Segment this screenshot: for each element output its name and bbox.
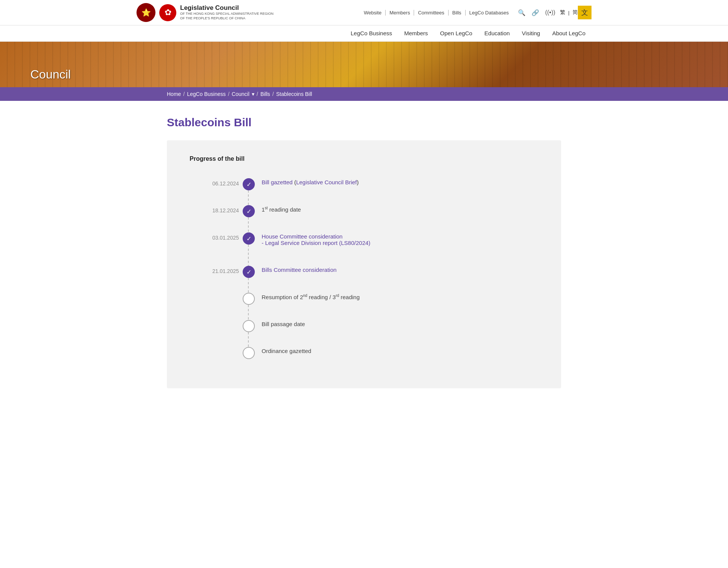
breadcrumb-council[interactable]: Council: [232, 91, 249, 97]
national-emblem: ⭐: [136, 3, 155, 22]
breadcrumb-dropdown[interactable]: ▾: [252, 91, 254, 97]
house-committee-link[interactable]: House Committee consideration: [262, 233, 342, 240]
breadcrumb-home[interactable]: Home: [167, 91, 181, 97]
timeline-node-1: ✓: [243, 178, 255, 190]
progress-box-title: Progress of the bill: [190, 155, 538, 162]
site-subtitle-2: OF THE PEOPLE'S REPUBLIC OF CHINA: [180, 16, 273, 21]
breadcrumb-legco-business[interactable]: LegCo Business: [187, 91, 226, 97]
nav-open-legco[interactable]: Open LegCo: [434, 25, 479, 41]
timeline-content-3: House Committee consideration - Legal Se…: [262, 232, 370, 265]
timeline-date-4: 21.01.2025: [190, 268, 239, 274]
timeline-item-2: 18.12.2024 ✓ 1st reading date: [243, 204, 538, 232]
timeline-date-3: 03.01.2025: [190, 235, 239, 241]
breadcrumb-sep-4: /: [272, 91, 274, 97]
breadcrumb: Home / LegCo Business / Council ▾ / Bill…: [136, 91, 592, 97]
timeline-content-7: Ordinance gazetted: [262, 346, 311, 373]
bill-passage-text: Bill passage date: [262, 321, 305, 327]
timeline-item-3: 03.01.2025 ✓ House Committee considerati…: [243, 232, 538, 265]
top-link-bills[interactable]: Bills: [449, 10, 466, 16]
search-button[interactable]: 🔍: [516, 8, 527, 17]
bill-gazetted-paren-close: ): [357, 179, 359, 185]
timeline-node-7: [243, 347, 255, 359]
timeline-content-5: Resumption of 2nd reading / 3rd reading: [262, 292, 360, 319]
site-title: Legislative Council: [180, 4, 273, 12]
top-link-legco-databases[interactable]: LegCo Databases: [466, 10, 513, 16]
nav-visiting[interactable]: Visiting: [516, 25, 546, 41]
hk-emblem: ✿: [159, 4, 176, 21]
nav-about-legco[interactable]: About LegCo: [546, 25, 592, 41]
nav-education[interactable]: Education: [479, 25, 516, 41]
timeline-date-2: 18.12.2024: [190, 207, 239, 213]
hero-banner: Council: [0, 42, 728, 87]
nav-legco-business[interactable]: LegCo Business: [345, 25, 398, 41]
resumption-text: Resumption of 2nd reading / 3rd reading: [262, 294, 360, 300]
top-link-committees[interactable]: Committees: [414, 10, 448, 16]
timeline-item-6: Bill passage date: [243, 319, 538, 346]
timeline: 06.12.2024 ✓ Bill gazetted (Legislative …: [190, 177, 538, 373]
translate-button[interactable]: 文: [578, 6, 592, 19]
timeline-node-6: [243, 320, 255, 332]
timeline-node-5: [243, 293, 255, 305]
timeline-date-1: 06.12.2024: [190, 180, 239, 187]
bill-gazetted-link[interactable]: Bill gazetted: [262, 179, 293, 185]
first-reading-text: 1st reading date: [262, 206, 301, 213]
breadcrumb-sep-3: /: [257, 91, 258, 97]
timeline-content-1: Bill gazetted (Legislative Council Brief…: [262, 177, 359, 204]
lang-traditional-button[interactable]: 繁: [560, 9, 565, 16]
logo-area: ⭐ ✿ Legislative Council OF THE HONG KONG…: [136, 3, 273, 22]
ordinance-gazetted-text: Ordinance gazetted: [262, 348, 311, 354]
hero-title: Council: [0, 67, 71, 82]
top-bar: ⭐ ✿ Legislative Council OF THE HONG KONG…: [0, 0, 728, 25]
lang-simplified-button[interactable]: 简: [573, 9, 578, 16]
timeline-node-3: ✓: [243, 232, 255, 245]
top-links: Website Members Committees Bills LegCo D…: [360, 6, 592, 19]
timeline-content-2: 1st reading date: [262, 204, 301, 232]
timeline-item-4: 21.01.2025 ✓ Bills Committee considerati…: [243, 265, 538, 292]
page-title: Stablecoins Bill: [167, 116, 561, 129]
top-link-members[interactable]: Members: [386, 10, 414, 16]
timeline-content-6: Bill passage date: [262, 319, 305, 346]
breadcrumb-current: Stablecoins Bill: [276, 91, 312, 97]
timeline-node-4: ✓: [243, 266, 255, 278]
breadcrumb-bills[interactable]: Bills: [260, 91, 270, 97]
logo-text: Legislative Council OF THE HONG KONG SPE…: [180, 4, 273, 20]
nav-members[interactable]: Members: [398, 25, 434, 41]
timeline-node-2: ✓: [243, 205, 255, 217]
breadcrumb-bar: Home / LegCo Business / Council ▾ / Bill…: [0, 87, 728, 101]
lang-separator: |: [568, 10, 570, 16]
timeline-item-5: Resumption of 2nd reading / 3rd reading: [243, 292, 538, 319]
breadcrumb-sep-2: /: [228, 91, 229, 97]
top-nav-right: Website Members Committees Bills LegCo D…: [360, 6, 592, 19]
link-icon-button[interactable]: 🔗: [530, 8, 541, 17]
bills-committee-link[interactable]: Bills Committee consideration: [262, 267, 337, 273]
timeline-item-7: Ordinance gazetted: [243, 346, 538, 373]
site-subtitle-1: OF THE HONG KONG SPECIAL ADMINISTRATIVE …: [180, 12, 273, 16]
top-links-icons: 🔍 🔗 ((•)) 繁 | 简: [516, 8, 578, 17]
breadcrumb-sep-1: /: [183, 91, 185, 97]
page-content: Stablecoins Bill Progress of the bill 06…: [136, 101, 592, 419]
progress-box: Progress of the bill 06.12.2024 ✓ Bill g…: [167, 140, 561, 388]
top-link-website[interactable]: Website: [360, 10, 386, 16]
accessibility-button[interactable]: ((•)): [544, 8, 557, 17]
legco-brief-link[interactable]: Legislative Council Brief: [296, 179, 357, 185]
timeline-item-1: 06.12.2024 ✓ Bill gazetted (Legislative …: [243, 177, 538, 204]
main-nav: LegCo Business Members Open LegCo Educat…: [0, 25, 728, 42]
timeline-content-4: Bills Committee consideration: [262, 265, 337, 292]
legal-service-link[interactable]: - Legal Service Division report (LS80/20…: [262, 240, 370, 246]
